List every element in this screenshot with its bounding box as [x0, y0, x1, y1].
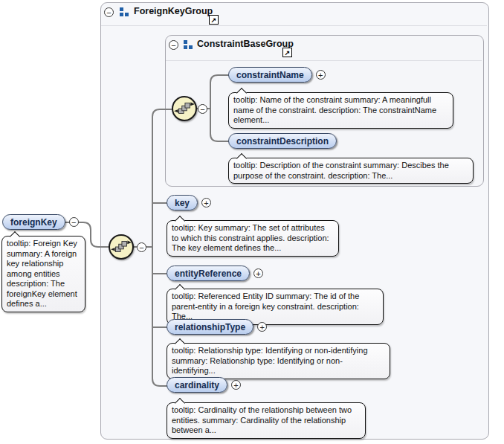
tooltip-text: tooltip: Foreign Key summary: A foreign … — [7, 239, 77, 308]
tooltip-foreignkey: tooltip: Foreign Key summary: A foreign … — [1, 236, 85, 312]
tooltip-text: tooltip: Cardinality of the relationship… — [172, 405, 352, 434]
go-to-definition-icon[interactable]: ↗ — [282, 48, 292, 57]
element-foreignkey[interactable]: foreignKey — [2, 214, 65, 230]
tooltip-key: tooltip: Key summary: The set of attribu… — [167, 220, 339, 257]
tooltip-cardinality: tooltip: Cardinality of the relationship… — [167, 402, 366, 439]
sequence-compositor-icon — [109, 234, 134, 260]
collapse-toggle-foreignkey[interactable]: − — [69, 217, 79, 227]
group-title-constraintbasegroup: ConstraintBaseGroup — [197, 39, 294, 49]
group-icon — [120, 7, 129, 16]
collapse-toggle-sequence[interactable]: − — [198, 104, 207, 114]
collapse-toggle-sequence[interactable]: − — [137, 242, 146, 252]
expand-toggle-cardinality[interactable]: + — [231, 380, 241, 390]
element-constraintname[interactable]: constraintName — [228, 67, 312, 83]
element-key[interactable]: key — [167, 195, 198, 210]
sequence-compositor-icon — [172, 96, 197, 121]
collapse-toggle-foreignkeygroup[interactable]: − — [104, 7, 114, 17]
tooltip-text: tooltip: Referenced Entity ID summary: T… — [172, 292, 359, 321]
tooltip-constraintdescription: tooltip: Description of the constraint s… — [228, 158, 474, 184]
element-cardinality[interactable]: cardinality — [167, 377, 227, 393]
collapse-toggle-constraintbasegroup[interactable]: − — [169, 40, 178, 50]
expand-toggle-relationshiptype[interactable]: + — [257, 322, 267, 332]
xsd-schema-diagram: − ForeignKeyGroup ↗ − ConstraintBaseGrou… — [0, 0, 504, 444]
tooltip-text: tooltip: Relationship type: Identifying … — [172, 346, 368, 375]
expand-toggle-entityreference[interactable]: + — [253, 268, 263, 278]
group-icon — [184, 40, 193, 49]
tooltip-constraintname: tooltip: Name of the constraint summary:… — [228, 92, 453, 129]
element-entityreference[interactable]: entityReference — [167, 266, 250, 281]
tooltip-relationshiptype: tooltip: Relationship type: Identifying … — [167, 343, 390, 379]
expand-toggle-constraintname[interactable]: + — [316, 70, 326, 80]
tooltip-text: tooltip: Description of the constraint s… — [233, 161, 449, 180]
tooltip-text: tooltip: Name of the constraint summary:… — [233, 95, 436, 124]
tooltip-text: tooltip: Key summary: The set of attribu… — [172, 223, 329, 252]
expand-toggle-key[interactable]: + — [201, 198, 211, 207]
go-to-definition-icon[interactable]: ↗ — [209, 15, 219, 25]
element-relationshiptype[interactable]: relationshipType — [167, 319, 253, 335]
group-title-foreignkeygroup: ForeignKeyGroup — [134, 6, 213, 16]
element-constraintdescription[interactable]: constraintDescription — [228, 133, 337, 149]
